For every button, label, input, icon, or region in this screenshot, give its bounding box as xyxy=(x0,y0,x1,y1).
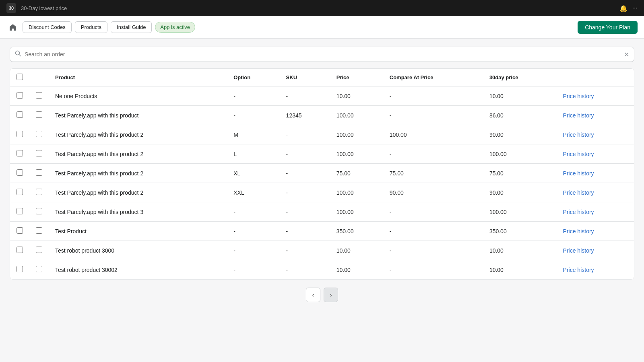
row-compare-at-price: - xyxy=(383,260,483,280)
row-30day-price: 10.00 xyxy=(483,86,557,106)
row-checkbox-outer[interactable] xyxy=(17,169,23,176)
table-row: Test Parcely.app with this product 2 L -… xyxy=(10,144,634,164)
table-row: Test robot product 30002 - - 10.00 - 10.… xyxy=(10,260,634,280)
table-row: Test Product - - 350.00 - 350.00 Price h… xyxy=(10,222,634,241)
row-product: Test Parcely.app with this product 2 xyxy=(49,144,227,164)
price-history-link[interactable]: Price history xyxy=(563,209,594,215)
row-price-history[interactable]: Price history xyxy=(557,144,634,164)
row-checkbox-inner[interactable] xyxy=(36,111,42,118)
bell-icon[interactable]: 🔔 xyxy=(619,4,627,12)
more-icon[interactable]: ··· xyxy=(632,4,638,12)
row-checkbox-outer[interactable] xyxy=(17,247,23,253)
row-price: 10.00 xyxy=(330,260,383,280)
row-checkbox-inner[interactable] xyxy=(36,266,42,272)
row-30day-price: 100.00 xyxy=(483,144,557,164)
header-option: Option xyxy=(227,69,279,86)
row-checkbox-outer[interactable] xyxy=(17,227,23,234)
row-sub-checkbox-col xyxy=(29,222,49,241)
row-checkbox-outer[interactable] xyxy=(17,208,23,214)
prev-page-button[interactable]: ‹ xyxy=(306,288,320,302)
row-checkbox-outer[interactable] xyxy=(17,92,23,99)
search-input[interactable] xyxy=(25,51,624,58)
table-row: Test Parcely.app with this product 3 - -… xyxy=(10,202,634,222)
row-checkbox-inner[interactable] xyxy=(36,227,42,234)
row-checkbox-inner[interactable] xyxy=(36,150,42,156)
row-sku: - xyxy=(280,144,330,164)
table-row: Test Parcely.app with this product 2 M -… xyxy=(10,125,634,144)
status-badge: App is active xyxy=(155,22,195,33)
row-sku: - xyxy=(280,241,330,260)
price-history-link[interactable]: Price history xyxy=(563,247,594,254)
price-history-link[interactable]: Price history xyxy=(563,112,594,119)
change-plan-button[interactable]: Change Your Plan xyxy=(578,21,638,34)
top-bar-right: 🔔 ··· xyxy=(619,4,638,12)
row-sku: - xyxy=(280,86,330,106)
price-history-link[interactable]: Price history xyxy=(563,132,594,138)
row-price-history[interactable]: Price history xyxy=(557,106,634,125)
row-checkbox-col xyxy=(10,183,29,202)
row-compare-at-price: - xyxy=(383,106,483,125)
main-content: ✕ Product Option SKU Price Compare At Pr… xyxy=(0,39,644,310)
row-sku: - xyxy=(280,222,330,241)
price-history-link[interactable]: Price history xyxy=(563,228,594,234)
row-price: 350.00 xyxy=(330,222,383,241)
header-30day-price: 30day price xyxy=(483,69,557,86)
row-price-history[interactable]: Price history xyxy=(557,125,634,144)
row-checkbox-outer[interactable] xyxy=(17,131,23,137)
table-row: Test Parcely.app with this product 2 XL … xyxy=(10,164,634,183)
row-product: Test Parcely.app with this product 2 xyxy=(49,164,227,183)
products-button[interactable]: Products xyxy=(75,21,107,33)
price-history-link[interactable]: Price history xyxy=(563,93,594,99)
row-compare-at-price: - xyxy=(383,202,483,222)
row-price-history[interactable]: Price history xyxy=(557,222,634,241)
price-history-link[interactable]: Price history xyxy=(563,267,594,273)
row-sub-checkbox-col xyxy=(29,260,49,280)
price-history-link[interactable]: Price history xyxy=(563,151,594,157)
row-checkbox-inner[interactable] xyxy=(36,92,42,99)
row-sku: - xyxy=(280,183,330,202)
header-checkbox-col xyxy=(10,69,29,86)
row-checkbox-col xyxy=(10,125,29,144)
row-checkbox-outer[interactable] xyxy=(17,150,23,156)
row-price-history[interactable]: Price history xyxy=(557,86,634,106)
row-price-history[interactable]: Price history xyxy=(557,164,634,183)
discount-codes-button[interactable]: Discount Codes xyxy=(23,21,72,33)
row-checkbox-outer[interactable] xyxy=(17,111,23,118)
price-history-link[interactable]: Price history xyxy=(563,189,594,196)
search-icon xyxy=(15,50,21,58)
row-compare-at-price: - xyxy=(383,86,483,106)
row-checkbox-col xyxy=(10,86,29,106)
row-price-history[interactable]: Price history xyxy=(557,260,634,280)
row-sub-checkbox-col xyxy=(29,241,49,260)
next-page-button[interactable]: › xyxy=(324,288,338,302)
row-price-history[interactable]: Price history xyxy=(557,202,634,222)
clear-search-icon[interactable]: ✕ xyxy=(624,51,629,58)
row-option: XXL xyxy=(227,183,279,202)
row-compare-at-price: - xyxy=(383,222,483,241)
row-product: Test Parcely.app with this product 2 xyxy=(49,125,227,144)
row-price-history[interactable]: Price history xyxy=(557,183,634,202)
header-price: Price xyxy=(330,69,383,86)
home-icon[interactable] xyxy=(6,21,19,34)
install-guide-button[interactable]: Install Guide xyxy=(111,21,152,33)
products-table-container: Product Option SKU Price Compare At Pric… xyxy=(10,68,634,280)
header-sku: SKU xyxy=(280,69,330,86)
row-checkbox-inner[interactable] xyxy=(36,131,42,137)
row-sub-checkbox-col xyxy=(29,106,49,125)
price-history-link[interactable]: Price history xyxy=(563,170,594,177)
row-checkbox-inner[interactable] xyxy=(36,189,42,195)
row-checkbox-outer[interactable] xyxy=(17,266,23,272)
row-30day-price: 90.00 xyxy=(483,183,557,202)
select-all-checkbox[interactable] xyxy=(17,74,23,80)
row-30day-price: 90.00 xyxy=(483,125,557,144)
row-product: Test Parcely.app with this product 2 xyxy=(49,183,227,202)
row-sku: - xyxy=(280,260,330,280)
row-checkbox-inner[interactable] xyxy=(36,208,42,214)
row-price: 100.00 xyxy=(330,144,383,164)
row-checkbox-outer[interactable] xyxy=(17,189,23,195)
row-price-history[interactable]: Price history xyxy=(557,241,634,260)
header-actions xyxy=(557,69,634,86)
row-checkbox-inner[interactable] xyxy=(36,247,42,253)
row-product: Test robot product 3000 xyxy=(49,241,227,260)
row-checkbox-inner[interactable] xyxy=(36,169,42,176)
